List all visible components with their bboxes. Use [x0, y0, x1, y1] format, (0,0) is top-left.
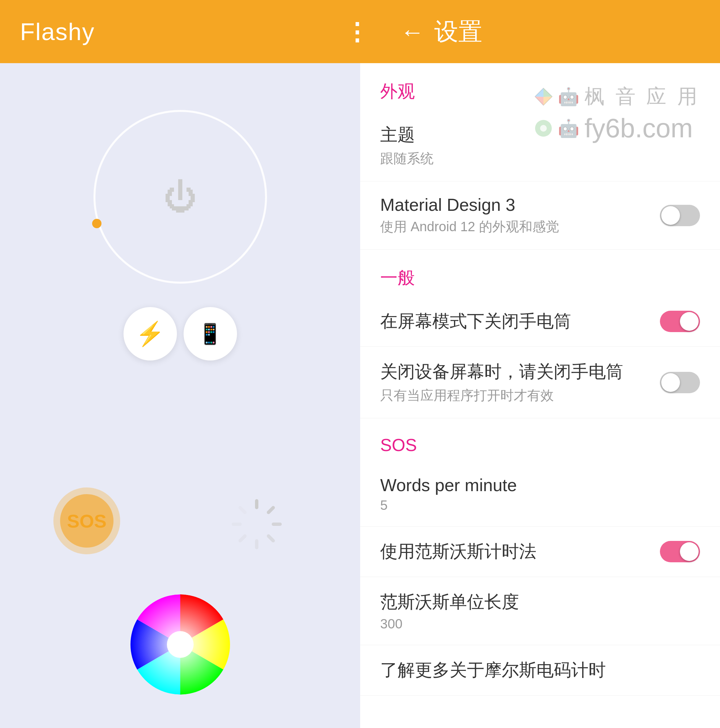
svg-line-5	[240, 536, 245, 541]
device-sleep-toggle[interactable]	[660, 372, 700, 393]
svg-line-1	[268, 508, 273, 512]
screen-off-torch-setting[interactable]: 在屏幕模式下关闭手电筒	[360, 296, 720, 347]
wpm-label: Words per minute	[380, 475, 700, 495]
right-panel: 🤖 枫 音 应 用 🤖 fy6b.com 外观 主题	[360, 63, 720, 728]
section-appearance: 外观	[360, 63, 720, 110]
sos-button[interactable]: SOS	[53, 488, 120, 554]
screen-icon: 📱	[198, 322, 223, 346]
device-sleep-desc: 只有当应用程序打开时才有效	[380, 386, 660, 405]
farnsworth-unit-value: 300	[380, 616, 700, 632]
back-button[interactable]: ←	[400, 18, 424, 46]
farnsworth-unit-setting[interactable]: 范斯沃斯单位长度 300	[360, 577, 720, 645]
device-sleep-label: 关闭设备屏幕时，请关闭手电筒	[380, 360, 660, 384]
settings-content: 🤖 枫 音 应 用 🤖 fy6b.com 外观 主题	[360, 63, 720, 696]
section-sos: SOS	[360, 418, 720, 462]
farnsworth-label: 使用范斯沃斯计时法	[380, 540, 660, 563]
screen-off-torch-knob	[680, 312, 699, 331]
power-circle[interactable]: ⏻	[93, 110, 267, 284]
power-circle-container: ⏻	[93, 110, 267, 284]
theme-value: 跟随系统	[380, 149, 700, 168]
right-header: ← 设置	[380, 16, 700, 48]
device-sleep-knob	[661, 373, 680, 392]
section-general: 一般	[360, 249, 720, 296]
md3-label: Material Design 3	[380, 195, 660, 215]
md3-toggle-knob	[661, 206, 680, 225]
power-icon: ⏻	[163, 178, 197, 216]
main-content: ⏻ ⚡ 📱 SOS	[0, 63, 720, 728]
screen-off-torch-label: 在屏幕模式下关闭手电筒	[380, 310, 660, 333]
svg-line-7	[240, 508, 245, 512]
action-buttons: ⚡ 📱	[124, 307, 237, 361]
wpm-value: 5	[380, 498, 700, 513]
left-panel: ⏻ ⚡ 📱 SOS	[0, 63, 360, 728]
left-header: Flashy ⋮	[20, 14, 380, 49]
app-title: Flashy	[20, 18, 95, 46]
sos-label: SOS	[67, 510, 107, 532]
sos-inner: SOS	[60, 494, 113, 548]
theme-label: 主题	[380, 123, 700, 147]
morse-timing-setting[interactable]: 了解更多关于摩尔斯电码计时	[360, 645, 720, 696]
md3-toggle[interactable]	[660, 205, 700, 226]
flash-icon: ⚡	[136, 320, 165, 347]
md3-desc: 使用 Android 12 的外观和感觉	[380, 217, 660, 236]
svg-line-3	[268, 536, 273, 541]
spinner	[227, 494, 287, 554]
farnsworth-toggle[interactable]	[660, 541, 700, 562]
farnsworth-knob	[680, 542, 699, 561]
screen-off-torch-toggle[interactable]	[660, 311, 700, 332]
farnsworth-setting[interactable]: 使用范斯沃斯计时法	[360, 526, 720, 577]
svg-point-11	[167, 631, 194, 658]
flash-button[interactable]: ⚡	[124, 307, 177, 361]
power-dot	[92, 219, 101, 228]
theme-setting[interactable]: 主题 跟随系统	[360, 110, 720, 181]
morse-timing-label: 了解更多关于摩尔斯电码计时	[380, 659, 700, 682]
top-bar: Flashy ⋮ ← 设置	[0, 0, 720, 63]
color-wheel[interactable]	[130, 594, 230, 694]
wpm-setting[interactable]: Words per minute 5	[360, 462, 720, 526]
more-menu-button[interactable]: ⋮	[335, 14, 380, 49]
settings-title: 设置	[434, 16, 482, 48]
screen-button[interactable]: 📱	[184, 307, 237, 361]
material-design-setting[interactable]: Material Design 3 使用 Android 12 的外观和感觉	[360, 181, 720, 249]
device-sleep-setting[interactable]: 关闭设备屏幕时，请关闭手电筒 只有当应用程序打开时才有效	[360, 347, 720, 418]
farnsworth-unit-label: 范斯沃斯单位长度	[380, 590, 700, 614]
